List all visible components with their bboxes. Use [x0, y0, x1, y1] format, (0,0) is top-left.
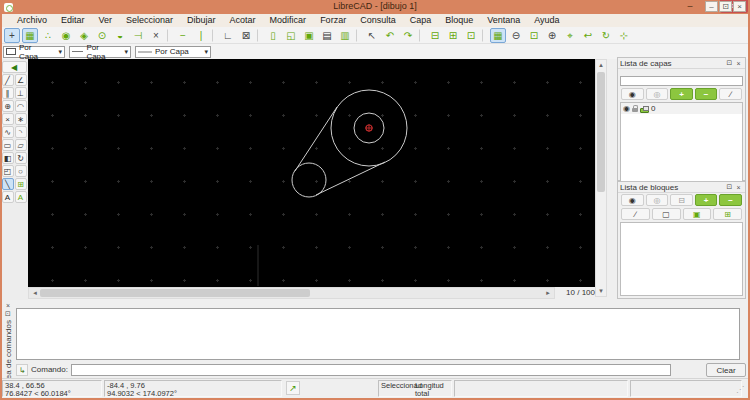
minimize-button[interactable]: –: [680, 0, 700, 13]
text-tool[interactable]: A: [15, 191, 27, 203]
clear-button[interactable]: Clear: [706, 363, 746, 377]
block-hide-all-icon[interactable]: ◎: [646, 194, 669, 206]
move-tool[interactable]: ◧: [2, 152, 14, 164]
block-edit-icon[interactable]: ▣: [683, 208, 712, 220]
arc-tool[interactable]: ◠: [15, 100, 27, 112]
snap-entity-icon[interactable]: ◈: [76, 28, 92, 43]
float-panel-icon[interactable]: ⊡: [725, 183, 734, 191]
close-dock-icon[interactable]: ×: [6, 302, 10, 310]
lock-relative-zero-icon[interactable]: ⊠: [238, 28, 254, 43]
selection-pointer-icon[interactable]: ↗: [286, 381, 300, 395]
layer-edit-icon[interactable]: ∕: [719, 88, 742, 100]
menu-consulta[interactable]: Consulta: [353, 14, 403, 27]
block-save-icon[interactable]: ⊞: [713, 208, 742, 220]
horizontal-scrollbar[interactable]: ◂ ▸: [28, 287, 555, 299]
ellipse-tool[interactable]: ○: [15, 165, 27, 177]
polygon-tool[interactable]: ▱: [15, 139, 27, 151]
block-insert-icon[interactable]: ▢: [652, 208, 681, 220]
print-preview-icon[interactable]: ▥: [337, 28, 353, 43]
save-drawing-icon[interactable]: ▣: [301, 28, 317, 43]
vertical-scroll-thumb[interactable]: [597, 72, 605, 192]
close-panel-icon[interactable]: ×: [734, 184, 743, 191]
menu-editar[interactable]: Editar: [54, 14, 92, 27]
line-angle-tool[interactable]: ∠: [15, 74, 27, 86]
linewidth-dropdown[interactable]: Por Capa ▾: [135, 46, 211, 58]
menu-ver[interactable]: Ver: [92, 14, 120, 27]
back-arrow-button[interactable]: ◀: [2, 61, 27, 73]
drawing-canvas[interactable]: [28, 59, 595, 287]
restrict-vertical-icon[interactable]: |: [193, 28, 209, 43]
close-window-icon[interactable]: ⊟: [427, 28, 443, 43]
scroll-right-icon[interactable]: ▸: [543, 289, 553, 297]
color-dropdown[interactable]: Por Capa ▾: [3, 46, 65, 58]
block-show-all-icon[interactable]: ◉: [621, 194, 644, 206]
restrict-horizontal-icon[interactable]: −: [175, 28, 191, 43]
mtext-tool[interactable]: A: [2, 191, 14, 203]
snap-endpoint-icon[interactable]: ◉: [58, 28, 74, 43]
layer-hide-all-icon[interactable]: ◎: [646, 88, 669, 100]
mdi-restore-button[interactable]: ⊡: [719, 1, 732, 12]
menu-dibujar[interactable]: Dibujar: [180, 14, 223, 27]
line-vertical-tool[interactable]: ⊥: [15, 87, 27, 99]
block-attributes-icon[interactable]: ∕: [621, 208, 650, 220]
open-drawing-icon[interactable]: ◱: [283, 28, 299, 43]
line-parallel-tool[interactable]: ∥: [2, 87, 14, 99]
crosshair-icon[interactable]: +: [4, 28, 20, 43]
rotate-tool[interactable]: ↻: [15, 152, 27, 164]
horizontal-scroll-thumb[interactable]: [40, 289, 310, 297]
zoom-in-icon[interactable]: ⊕: [544, 28, 560, 43]
circle-center-tool[interactable]: ⊕: [2, 100, 14, 112]
float-dock-icon[interactable]: ⊡: [5, 310, 11, 318]
print-icon[interactable]: ▤: [319, 28, 335, 43]
zoom-previous-icon[interactable]: ↩: [580, 28, 596, 43]
vertical-scrollbar[interactable]: ▴ ▾: [595, 59, 607, 297]
scroll-left-icon[interactable]: ◂: [30, 289, 40, 297]
layer-filter-input[interactable]: [620, 76, 743, 86]
zoom-window-icon[interactable]: ⊡: [526, 28, 542, 43]
window-cascade-icon[interactable]: ⊞: [445, 28, 461, 43]
menu-seleccionar[interactable]: Seleccionar: [119, 14, 180, 27]
snap-intersection-icon[interactable]: ×: [148, 28, 164, 43]
menu-ventana[interactable]: Ventana: [480, 14, 527, 27]
scale-tool[interactable]: ◰: [2, 165, 14, 177]
resize-grip[interactable]: ⋰: [736, 385, 744, 394]
new-drawing-icon[interactable]: ▯: [265, 28, 281, 43]
snap-center-icon[interactable]: ⊙: [94, 28, 110, 43]
scroll-down-icon[interactable]: ▾: [596, 287, 606, 295]
rectangle-tool[interactable]: ▭: [2, 139, 14, 151]
block-list[interactable]: [620, 222, 743, 296]
block-toggle-icon[interactable]: ⊟: [670, 194, 693, 206]
snap-free-icon[interactable]: ∴: [40, 28, 56, 43]
command-options-icon[interactable]: ↳: [16, 364, 28, 376]
layer-print-icon[interactable]: [640, 108, 649, 113]
menu-ayuda[interactable]: Ayuda: [527, 14, 566, 27]
layer-show-all-icon[interactable]: ◉: [621, 88, 644, 100]
window-new-icon[interactable]: ⊡: [463, 28, 479, 43]
spline-tool[interactable]: ◝: [15, 126, 27, 138]
block-add-icon[interactable]: +: [695, 194, 718, 206]
undo-icon[interactable]: ↶: [382, 28, 398, 43]
menu-capa[interactable]: Capa: [403, 14, 439, 27]
mdi-close-button[interactable]: ×: [733, 1, 746, 12]
snap-grid-icon[interactable]: ▦: [22, 28, 38, 43]
layer-lock-icon[interactable]: [632, 108, 638, 112]
freehand-tool[interactable]: ∿: [2, 126, 14, 138]
menu-archivo[interactable]: Archivo: [10, 14, 54, 27]
menu-forzar[interactable]: Forzar: [313, 14, 353, 27]
point-tool[interactable]: ×: [2, 113, 14, 125]
relative-zero-icon[interactable]: ∟: [220, 28, 236, 43]
close-panel-icon[interactable]: ×: [734, 60, 743, 67]
redo-icon[interactable]: ↷: [400, 28, 416, 43]
menu-acotar[interactable]: Acotar: [223, 14, 263, 27]
polyline-tool[interactable]: ╲: [2, 178, 14, 190]
command-input[interactable]: [71, 364, 671, 376]
grid-toggle-icon[interactable]: ▦: [490, 28, 506, 43]
intersection-tool[interactable]: ∗: [15, 113, 27, 125]
menu-modificar[interactable]: Modificar: [263, 14, 314, 27]
linetype-dropdown[interactable]: Por Capa ▾: [69, 46, 131, 58]
line-two-points-tool[interactable]: ╱: [2, 74, 14, 86]
zoom-pan-icon[interactable]: ⊹: [616, 28, 632, 43]
command-history[interactable]: [16, 308, 740, 360]
layer-add-icon[interactable]: +: [670, 88, 693, 100]
layer-visible-icon[interactable]: ◉: [623, 104, 630, 113]
